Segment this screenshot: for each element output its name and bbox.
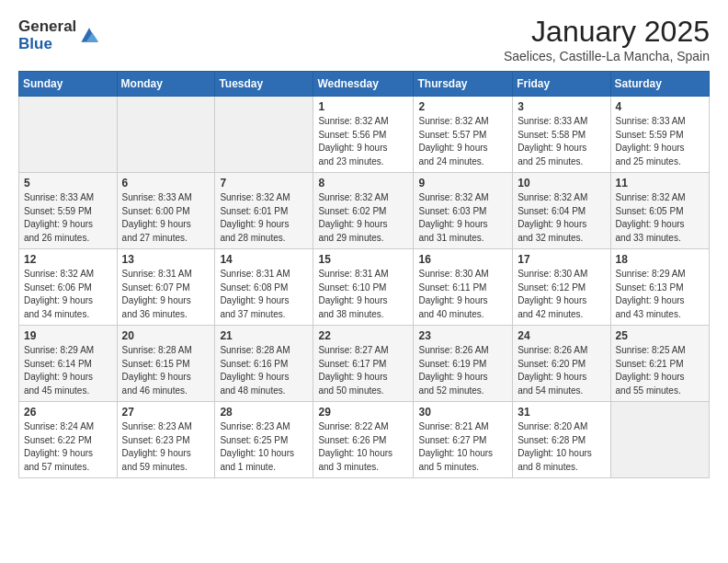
calendar-cell: 14Sunrise: 8:31 AM Sunset: 6:08 PM Dayli… [215, 249, 313, 326]
header: General Blue January 2025 Saelices, Cast… [18, 15, 710, 63]
week-row-5: 26Sunrise: 8:24 AM Sunset: 6:22 PM Dayli… [19, 402, 710, 478]
week-row-4: 19Sunrise: 8:29 AM Sunset: 6:14 PM Dayli… [19, 326, 710, 402]
day-info: Sunrise: 8:32 AM Sunset: 6:01 PM Dayligh… [220, 191, 308, 245]
day-info: Sunrise: 8:27 AM Sunset: 6:17 PM Dayligh… [318, 344, 408, 397]
day-number: 8 [318, 177, 408, 190]
day-info: Sunrise: 8:29 AM Sunset: 6:13 PM Dayligh… [616, 268, 704, 321]
calendar-cell: 25Sunrise: 8:25 AM Sunset: 6:21 PM Dayli… [610, 326, 709, 402]
calendar-cell: 11Sunrise: 8:32 AM Sunset: 6:05 PM Dayli… [610, 173, 709, 249]
day-info: Sunrise: 8:32 AM Sunset: 6:02 PM Dayligh… [318, 191, 408, 245]
calendar-cell [19, 97, 118, 173]
calendar-cell: 2Sunrise: 8:32 AM Sunset: 5:57 PM Daylig… [414, 97, 513, 173]
day-info: Sunrise: 8:28 AM Sunset: 6:15 PM Dayligh… [122, 344, 210, 397]
week-row-2: 5Sunrise: 8:33 AM Sunset: 5:59 PM Daylig… [19, 173, 710, 249]
calendar-cell [610, 402, 709, 478]
day-info: Sunrise: 8:31 AM Sunset: 6:10 PM Dayligh… [318, 268, 408, 321]
weekday-header-saturday: Saturday [610, 72, 709, 97]
calendar-title: January 2025 [504, 15, 710, 49]
calendar-cell: 5Sunrise: 8:33 AM Sunset: 5:59 PM Daylig… [19, 173, 118, 249]
day-number: 24 [518, 329, 605, 342]
calendar-cell: 27Sunrise: 8:23 AM Sunset: 6:23 PM Dayli… [117, 402, 215, 478]
day-info: Sunrise: 8:24 AM Sunset: 6:22 PM Dayligh… [24, 420, 112, 474]
weekday-header-sunday: Sunday [19, 72, 118, 97]
weekday-header-thursday: Thursday [414, 72, 513, 97]
calendar-cell: 17Sunrise: 8:30 AM Sunset: 6:12 PM Dayli… [513, 249, 610, 326]
calendar-cell: 6Sunrise: 8:33 AM Sunset: 6:00 PM Daylig… [117, 173, 215, 249]
calendar-subtitle: Saelices, Castille-La Mancha, Spain [504, 49, 710, 63]
logo-blue: Blue [18, 36, 76, 53]
day-info: Sunrise: 8:23 AM Sunset: 6:25 PM Dayligh… [220, 420, 308, 474]
calendar-cell: 1Sunrise: 8:32 AM Sunset: 5:56 PM Daylig… [313, 97, 414, 173]
day-info: Sunrise: 8:33 AM Sunset: 5:59 PM Dayligh… [24, 191, 112, 245]
day-number: 26 [24, 406, 112, 419]
weekday-header-row: SundayMondayTuesdayWednesdayThursdayFrid… [19, 72, 710, 97]
day-info: Sunrise: 8:33 AM Sunset: 6:00 PM Dayligh… [122, 191, 210, 245]
day-number: 5 [24, 177, 112, 190]
calendar-cell: 24Sunrise: 8:26 AM Sunset: 6:20 PM Dayli… [513, 326, 610, 402]
calendar-cell: 22Sunrise: 8:27 AM Sunset: 6:17 PM Dayli… [313, 326, 414, 402]
day-info: Sunrise: 8:20 AM Sunset: 6:28 PM Dayligh… [518, 420, 605, 474]
day-info: Sunrise: 8:25 AM Sunset: 6:21 PM Dayligh… [616, 344, 704, 397]
calendar-cell: 16Sunrise: 8:30 AM Sunset: 6:11 PM Dayli… [414, 249, 513, 326]
day-number: 9 [418, 177, 507, 190]
day-number: 15 [318, 253, 408, 266]
calendar-cell: 15Sunrise: 8:31 AM Sunset: 6:10 PM Dayli… [313, 249, 414, 326]
calendar-cell: 8Sunrise: 8:32 AM Sunset: 6:02 PM Daylig… [313, 173, 414, 249]
day-info: Sunrise: 8:31 AM Sunset: 6:08 PM Dayligh… [220, 268, 308, 321]
day-number: 11 [616, 177, 704, 190]
calendar-cell: 23Sunrise: 8:26 AM Sunset: 6:19 PM Dayli… [414, 326, 513, 402]
day-info: Sunrise: 8:33 AM Sunset: 5:59 PM Dayligh… [616, 115, 704, 168]
day-info: Sunrise: 8:33 AM Sunset: 5:58 PM Dayligh… [518, 115, 605, 168]
day-number: 2 [418, 100, 507, 113]
calendar-cell: 18Sunrise: 8:29 AM Sunset: 6:13 PM Dayli… [610, 249, 709, 326]
day-info: Sunrise: 8:23 AM Sunset: 6:23 PM Dayligh… [122, 420, 210, 474]
calendar-cell: 20Sunrise: 8:28 AM Sunset: 6:15 PM Dayli… [117, 326, 215, 402]
day-info: Sunrise: 8:32 AM Sunset: 5:56 PM Dayligh… [318, 115, 408, 168]
day-info: Sunrise: 8:22 AM Sunset: 6:26 PM Dayligh… [318, 420, 408, 474]
week-row-3: 12Sunrise: 8:32 AM Sunset: 6:06 PM Dayli… [19, 249, 710, 326]
logo-icon [78, 26, 100, 44]
calendar-cell: 12Sunrise: 8:32 AM Sunset: 6:06 PM Dayli… [19, 249, 118, 326]
calendar-cell: 29Sunrise: 8:22 AM Sunset: 6:26 PM Dayli… [313, 402, 414, 478]
day-number: 12 [24, 253, 112, 266]
day-info: Sunrise: 8:32 AM Sunset: 6:04 PM Dayligh… [518, 191, 605, 245]
logo-general: General [18, 18, 76, 36]
logo-text: General Blue [18, 18, 76, 52]
day-number: 4 [616, 100, 704, 113]
day-number: 30 [418, 406, 507, 419]
day-number: 17 [518, 253, 605, 266]
logo: General Blue [18, 18, 100, 52]
day-number: 29 [318, 406, 408, 419]
calendar-cell: 10Sunrise: 8:32 AM Sunset: 6:04 PM Dayli… [513, 173, 610, 249]
calendar-cell: 4Sunrise: 8:33 AM Sunset: 5:59 PM Daylig… [610, 97, 709, 173]
day-info: Sunrise: 8:31 AM Sunset: 6:07 PM Dayligh… [122, 268, 210, 321]
day-number: 23 [418, 329, 507, 342]
calendar-cell: 19Sunrise: 8:29 AM Sunset: 6:14 PM Dayli… [19, 326, 118, 402]
day-info: Sunrise: 8:26 AM Sunset: 6:19 PM Dayligh… [418, 344, 507, 397]
day-number: 1 [318, 100, 408, 113]
calendar-cell: 9Sunrise: 8:32 AM Sunset: 6:03 PM Daylig… [414, 173, 513, 249]
day-info: Sunrise: 8:32 AM Sunset: 6:03 PM Dayligh… [418, 191, 507, 245]
calendar-cell: 7Sunrise: 8:32 AM Sunset: 6:01 PM Daylig… [215, 173, 313, 249]
day-info: Sunrise: 8:29 AM Sunset: 6:14 PM Dayligh… [24, 344, 112, 397]
day-number: 16 [418, 253, 507, 266]
day-number: 7 [220, 177, 308, 190]
day-number: 6 [122, 177, 210, 190]
day-number: 25 [616, 329, 704, 342]
day-info: Sunrise: 8:30 AM Sunset: 6:12 PM Dayligh… [518, 268, 605, 321]
calendar-cell: 26Sunrise: 8:24 AM Sunset: 6:22 PM Dayli… [19, 402, 118, 478]
day-number: 18 [616, 253, 704, 266]
day-number: 10 [518, 177, 605, 190]
week-row-1: 1Sunrise: 8:32 AM Sunset: 5:56 PM Daylig… [19, 97, 710, 173]
weekday-header-tuesday: Tuesday [215, 72, 313, 97]
day-number: 13 [122, 253, 210, 266]
day-info: Sunrise: 8:30 AM Sunset: 6:11 PM Dayligh… [418, 268, 507, 321]
day-number: 27 [122, 406, 210, 419]
day-info: Sunrise: 8:32 AM Sunset: 6:05 PM Dayligh… [616, 191, 704, 245]
calendar-table: SundayMondayTuesdayWednesdayThursdayFrid… [18, 71, 710, 478]
day-number: 21 [220, 329, 308, 342]
calendar-cell: 3Sunrise: 8:33 AM Sunset: 5:58 PM Daylig… [513, 97, 610, 173]
day-info: Sunrise: 8:21 AM Sunset: 6:27 PM Dayligh… [418, 420, 507, 474]
day-number: 22 [318, 329, 408, 342]
day-number: 31 [518, 406, 605, 419]
